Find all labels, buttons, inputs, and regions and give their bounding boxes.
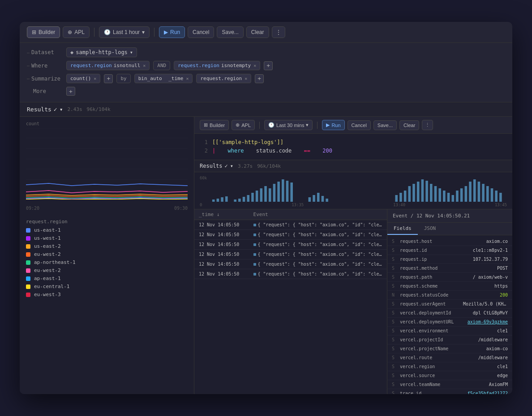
legend-title: request.region: [26, 219, 188, 225]
remove-filter-1[interactable]: ✕: [143, 63, 146, 68]
table-row[interactable]: 12 Nov 14:05:50 { "request": { "host": "…: [194, 259, 387, 269]
field-name: request.id: [400, 248, 469, 253]
inner-apl-icon: ⊕: [236, 122, 240, 128]
svg-rect-22: [278, 182, 280, 202]
bin-auto-tag[interactable]: bin_auto _time ✕: [134, 74, 193, 83]
svg-rect-31: [395, 195, 398, 202]
add-summarize[interactable]: +: [104, 74, 113, 83]
remove-filter-2[interactable]: ✕: [253, 63, 256, 68]
inner-chart-y-label: 60k: [200, 175, 207, 180]
legend-color-3: [26, 252, 30, 257]
inner-apl-tab[interactable]: ⊕ APL: [232, 120, 255, 130]
builder-icon: ⊞: [32, 29, 36, 35]
inner-run-button[interactable]: ▶ Run: [322, 120, 344, 130]
svg-rect-34: [408, 186, 411, 202]
field-value: axiom.co: [486, 239, 508, 244]
svg-rect-20: [269, 188, 271, 202]
field-name: trace_id: [400, 391, 464, 394]
clear-button[interactable]: Clear: [246, 26, 269, 38]
builder-tab[interactable]: ⊞ Builder: [27, 26, 60, 38]
tab-fields[interactable]: Fields: [387, 223, 418, 235]
col-time: _time ↓: [194, 209, 249, 220]
inner-time-button[interactable]: 🕐 Last 30 mins ▾: [264, 120, 313, 130]
inner-builder-icon: ⊞: [204, 122, 208, 128]
svg-rect-19: [265, 186, 267, 202]
field-value: /middleware: [478, 355, 508, 360]
field-row: S vercel.deploymentId dpl_CtLGBpMvY: [387, 309, 512, 318]
inner-more-button[interactable]: ⋮: [422, 120, 433, 130]
field-name: request.path: [400, 275, 469, 280]
time-range-button[interactable]: 🕐 Last 1 hour ▾: [99, 26, 150, 38]
apl-code-editor[interactable]: 1 [['sample-http-logs']] 2 | where statu…: [194, 134, 512, 160]
legend-item-0: us-east-1: [26, 227, 188, 233]
field-row: S vercel.source edge: [387, 371, 512, 380]
svg-rect-39: [430, 184, 433, 202]
inner-save-button[interactable]: Save...: [373, 120, 397, 130]
add-more[interactable]: +: [66, 87, 75, 96]
dataset-selector[interactable]: ◈ sample-http-logs ▾: [66, 47, 137, 57]
time-cell: 12 Nov 14:05:50: [194, 250, 249, 259]
table-row[interactable]: 12 Nov 14:05:50 { "request": { "host": "…: [194, 269, 387, 279]
field-value[interactable]: axiom-69v3qzkme: [468, 319, 508, 324]
legend-item-2: us-east-2: [26, 243, 188, 249]
table-row[interactable]: 12 Nov 14:05:50 { "request": { "host": "…: [194, 220, 387, 230]
and-operator: AND: [153, 61, 170, 70]
dataset-label: Dataset: [27, 49, 63, 55]
save-button[interactable]: Save...: [217, 26, 243, 38]
svg-rect-15: [247, 195, 250, 202]
field-prefix: S: [392, 382, 396, 387]
inner-results-title: Results ✓ ▾: [200, 163, 233, 169]
svg-rect-37: [421, 179, 424, 202]
inner-chevron[interactable]: ▾: [230, 163, 233, 169]
results-header: Results ✓ ▾ 2.43s 96k/104k: [20, 102, 512, 117]
remove-count[interactable]: ✕: [94, 76, 96, 81]
add-where-filter[interactable]: +: [264, 61, 273, 70]
data-table-wrapper[interactable]: _time ↓ Event 12 Nov 14:05:50 { "request…: [194, 209, 387, 394]
table-row[interactable]: 12 Nov 14:05:50 { "request": { "host": "…: [194, 230, 387, 240]
region-tag[interactable]: request.region ✕: [196, 74, 251, 83]
inner-cancel-button[interactable]: Cancel: [348, 120, 371, 130]
field-name: request.userAgent: [400, 301, 459, 306]
field-prefix: S: [392, 337, 396, 342]
events-table: _time ↓ Event 12 Nov 14:05:50 { "request…: [194, 209, 387, 279]
top-toolbar: ⊞ Builder ⊕ APL 🕐 Last 1 hour ▾ ▶ Run Ca…: [20, 22, 512, 43]
table-row[interactable]: 12 Nov 14:05:50 { "request": { "host": "…: [194, 250, 387, 259]
svg-rect-33: [404, 191, 407, 202]
svg-rect-24: [286, 181, 289, 202]
data-table-container: _time ↓ Event 12 Nov 14:05:50 { "request…: [194, 209, 512, 394]
chevron-results[interactable]: ▾: [60, 106, 63, 113]
event-cell: { "request": { "host": "axiom.co", "id":…: [249, 250, 387, 259]
cancel-button[interactable]: Cancel: [188, 26, 214, 38]
table-row[interactable]: 12 Nov 14:05:50 { "request": { "host": "…: [194, 240, 387, 250]
field-prefix: N: [392, 293, 396, 297]
svg-rect-53: [491, 188, 493, 202]
event-cell: { "request": { "host": "axiom.co", "id":…: [249, 230, 387, 240]
more-options-button[interactable]: ⋮: [272, 26, 285, 38]
svg-rect-44: [452, 195, 455, 202]
inner-clear-button[interactable]: Clear: [399, 120, 419, 130]
field-prefix: S: [392, 257, 396, 262]
inner-chart-x-axis: 0 13:35 13:40 13:45: [200, 202, 507, 209]
inner-builder-tab[interactable]: ⊞ Builder: [200, 120, 229, 130]
apl-tab[interactable]: ⊕ APL: [63, 26, 90, 38]
svg-rect-38: [426, 181, 429, 202]
inner-run-icon: ▶: [326, 122, 330, 128]
filter-tag-1[interactable]: request.region isnotnull ✕: [66, 61, 150, 70]
filter-tag-2[interactable]: request.region isnotempty ✕: [174, 61, 260, 70]
remove-region[interactable]: ✕: [245, 76, 247, 81]
field-row: N request.statusCode 200: [387, 291, 512, 300]
remove-bin[interactable]: ✕: [186, 76, 189, 81]
field-value[interactable]: f5ce35bfad21272: [468, 391, 508, 394]
svg-rect-40: [434, 186, 437, 202]
field-name: vercel.environment: [400, 328, 493, 333]
inner-chevron-icon: ▾: [306, 122, 309, 128]
add-by-field[interactable]: +: [255, 74, 264, 83]
field-name: vercel.deploymentURL: [400, 319, 464, 324]
tab-json[interactable]: JSON: [418, 223, 442, 235]
svg-rect-55: [499, 193, 502, 202]
count-tag[interactable]: count() ✕: [66, 74, 100, 83]
field-name: vercel.source: [400, 373, 493, 378]
run-button[interactable]: ▶ Run: [159, 26, 185, 38]
svg-rect-41: [439, 188, 442, 202]
legend-item-7: eu-central-1: [26, 284, 188, 289]
